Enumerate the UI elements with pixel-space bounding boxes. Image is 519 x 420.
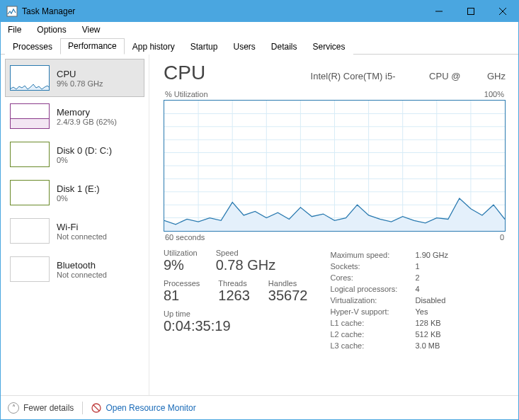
l1-val: 128 KB — [415, 318, 453, 328]
sidebar-disk0-sub: 0% — [57, 156, 112, 164]
threads-label: Threads — [218, 279, 250, 288]
stats-area: Utilization 9% Speed 0.78 GHz Processes … — [164, 249, 506, 352]
processes-label: Processes — [164, 279, 200, 288]
disk1-thumb-icon — [10, 180, 50, 205]
uptime-value: 0:04:35:19 — [164, 318, 307, 334]
hv-val: Yes — [415, 307, 453, 317]
chart-top-left-label: % Utilization — [165, 90, 208, 98]
lps-key: Logical processors: — [330, 284, 414, 294]
window-controls — [423, 1, 518, 21]
memory-thumb-icon — [10, 103, 50, 129]
l1-key: L1 cache: — [330, 318, 414, 328]
cores-val: 2 — [415, 273, 453, 283]
footer-bar: ˄ Fewer details Open Resource Monitor — [1, 395, 518, 419]
perf-sidebar: CPU 9% 0.78 GHz Memory 2.4/3.9 GB (62%) … — [1, 55, 149, 395]
chart-top-right-label: 100% — [484, 90, 504, 98]
sockets-val: 1 — [415, 261, 453, 271]
tab-startup[interactable]: Startup — [183, 39, 226, 55]
sidebar-wifi-label: Wi-Fi — [57, 222, 107, 232]
processes-value: 81 — [164, 288, 200, 304]
sidebar-memory-label: Memory — [57, 107, 117, 118]
sockets-key: Sockets: — [330, 261, 414, 271]
tab-users[interactable]: Users — [225, 39, 263, 55]
menu-view[interactable]: View — [79, 23, 103, 36]
chart-bot-right-label: 0 — [500, 233, 504, 242]
content-area: CPU 9% 0.78 GHz Memory 2.4/3.9 GB (62%) … — [1, 55, 518, 395]
sidebar-cpu-label: CPU — [57, 69, 103, 79]
cores-key: Cores: — [330, 273, 414, 283]
sidebar-item-memory[interactable]: Memory 2.4/3.9 GB (62%) — [5, 97, 144, 135]
speed-value: 0.78 GHz — [216, 257, 275, 273]
sidebar-bt-sub: Not connected — [57, 271, 107, 279]
max-speed-key: Maximum speed: — [330, 250, 414, 260]
uptime-label: Up time — [164, 310, 307, 318]
minimize-button[interactable] — [423, 1, 455, 21]
max-speed-val: 1.90 GHz — [415, 250, 453, 260]
main-heading: CPU — [164, 62, 205, 84]
stats-right: Maximum speed:1.90 GHz Sockets:1 Cores:2… — [329, 249, 455, 352]
sidebar-disk1-label: Disk 1 (E:) — [57, 183, 100, 194]
open-resource-monitor-label: Open Resource Monitor — [105, 403, 195, 413]
sidebar-disk1-sub: 0% — [57, 194, 100, 203]
sidebar-item-wifi[interactable]: Wi-Fi Not connected — [5, 212, 144, 250]
threads-value: 1263 — [218, 288, 250, 304]
l3-val: 3.0 MB — [415, 341, 453, 351]
chevron-up-icon: ˄ — [8, 402, 19, 414]
chart-bot-left-label: 60 seconds — [165, 233, 205, 242]
sidebar-item-cpu[interactable]: CPU 9% 0.78 GHz — [5, 59, 144, 97]
titlebar[interactable]: Task Manager — [1, 1, 518, 22]
lps-val: 4 — [415, 284, 453, 294]
sidebar-wifi-sub: Not connected — [57, 232, 107, 241]
utilization-value: 9% — [164, 257, 198, 273]
menu-options[interactable]: Options — [34, 23, 69, 36]
l2-key: L2 cache: — [330, 329, 414, 339]
utilization-label: Utilization — [164, 249, 198, 257]
maximize-button[interactable] — [455, 1, 486, 21]
task-manager-window: Task Manager File Options View Processes… — [0, 0, 519, 420]
tab-services[interactable]: Services — [305, 39, 353, 55]
speed-label: Speed — [216, 249, 275, 257]
window-title: Task Manager — [22, 6, 423, 16]
virt-val: Disabled — [415, 295, 453, 305]
app-icon — [6, 6, 18, 17]
tab-details[interactable]: Details — [263, 39, 305, 55]
handles-value: 35672 — [268, 288, 308, 304]
cpu-thumb-icon — [10, 65, 50, 91]
sidebar-disk0-label: Disk 0 (D: C:) — [57, 145, 112, 156]
bluetooth-thumb-icon — [10, 256, 50, 282]
close-button[interactable] — [486, 1, 518, 21]
tab-strip: Processes Performance App history Startu… — [1, 38, 518, 55]
menu-file[interactable]: File — [5, 23, 24, 36]
sidebar-cpu-sub: 9% 0.78 GHz — [57, 79, 103, 88]
svg-line-25 — [93, 405, 99, 411]
sidebar-item-disk0[interactable]: Disk 0 (D: C:) 0% — [5, 135, 144, 174]
l3-key: L3 cache: — [330, 341, 414, 351]
fewer-details-label: Fewer details — [23, 403, 74, 413]
fewer-details-button[interactable]: ˄ Fewer details — [8, 402, 74, 414]
hv-key: Hyper-V support: — [330, 307, 414, 317]
tab-app-history[interactable]: App history — [125, 39, 183, 55]
sidebar-memory-sub: 2.4/3.9 GB (62%) — [57, 118, 117, 126]
menu-bar: File Options View — [1, 22, 518, 38]
cpu-model: Intel(R) Core(TM) i5- CPU @ GHz — [311, 71, 506, 81]
resource-monitor-icon — [91, 403, 101, 413]
sidebar-item-disk1[interactable]: Disk 1 (E:) 0% — [5, 174, 144, 212]
sidebar-item-bluetooth[interactable]: Bluetooth Not connected — [5, 250, 144, 288]
virt-key: Virtualization: — [330, 295, 414, 305]
tab-processes[interactable]: Processes — [5, 39, 60, 55]
main-panel: CPU Intel(R) Core(TM) i5- CPU @ GHz % Ut… — [149, 55, 518, 395]
handles-label: Handles — [268, 279, 308, 288]
cpu-utilization-chart — [164, 100, 506, 232]
open-resource-monitor-link[interactable]: Open Resource Monitor — [91, 403, 195, 413]
l2-val: 512 KB — [415, 329, 453, 339]
footer-separator — [82, 402, 83, 414]
sidebar-bt-label: Bluetooth — [57, 260, 107, 271]
disk0-thumb-icon — [10, 142, 50, 167]
tab-performance[interactable]: Performance — [60, 38, 125, 55]
svg-rect-2 — [467, 8, 474, 15]
wifi-thumb-icon — [10, 218, 50, 244]
